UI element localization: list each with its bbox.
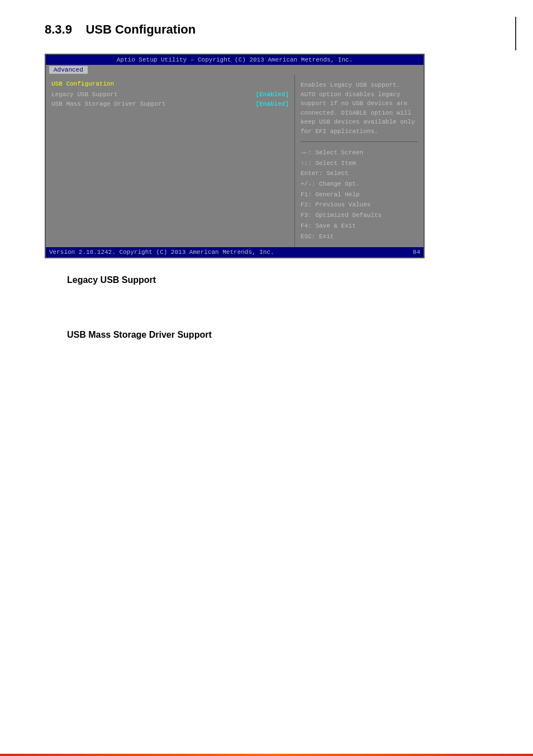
key-help-line-7: F4: Save & Exit — [301, 221, 418, 231]
key-help-line-1: ↑↓: Select Item — [301, 158, 418, 169]
key-help-line-6: F3: Optimized Defaults — [301, 210, 418, 221]
section-number: 8.3.9 — [45, 22, 72, 36]
bios-title-bar: Aptio Setup Utility – Copyright (C) 2013… — [46, 55, 423, 65]
bios-right-panel: Enables Legacy USB support. AUTO option … — [295, 75, 423, 247]
bios-body: USB Configuration Legacy USB Support [En… — [46, 75, 423, 247]
key-help-line-4: F1: General Help — [301, 190, 418, 200]
bios-nav-bar: Advanced — [46, 65, 423, 75]
right-border-line — [515, 17, 516, 50]
legacy-usb-heading: Legacy USB Support — [45, 275, 488, 285]
key-help-line-3: +/-: Change Opt. — [301, 179, 418, 190]
key-help-line-5: F2: Previous Values — [301, 200, 418, 210]
bios-footer-version: Version 2.16.1242. Copyright (C) 2013 Am… — [49, 249, 274, 256]
bios-section-label: USB Configuration — [51, 81, 289, 87]
bios-help-divider — [301, 141, 418, 142]
bios-left-panel: USB Configuration Legacy USB Support [En… — [46, 75, 295, 247]
bios-key-help: →←: Select Screen ↑↓: Select Item Enter:… — [301, 148, 418, 242]
key-help-line-2: Enter: Select — [301, 168, 418, 179]
section-title: USB Configuration — [85, 22, 196, 36]
bios-help-text: Enables Legacy USB support. AUTO option … — [301, 81, 418, 136]
bios-menu-value-legacy: [Enabled] — [256, 91, 289, 98]
bios-footer-page: 84 — [413, 249, 420, 256]
bios-menu-item-legacy-usb[interactable]: Legacy USB Support [Enabled] — [51, 91, 289, 98]
usb-mass-storage-heading: USB Mass Storage Driver Support — [45, 330, 488, 340]
bios-footer: Version 2.16.1242. Copyright (C) 2013 Am… — [46, 247, 423, 257]
section-heading: 8.3.9 USB Configuration — [45, 22, 488, 37]
key-help-line-8: ESC: Exit — [301, 231, 418, 242]
key-help-line-0: →←: Select Screen — [301, 148, 418, 158]
bios-menu-label-legacy: Legacy USB Support — [51, 91, 118, 98]
bios-nav-advanced[interactable]: Advanced — [49, 66, 88, 74]
bios-menu-value-usb-mass: [Enabled] — [256, 101, 289, 107]
bottom-decorative-line — [0, 754, 533, 756]
bios-screen: Aptio Setup Utility – Copyright (C) 2013… — [45, 54, 425, 258]
bios-menu-item-usb-mass[interactable]: USB Mass Storage Driver Support [Enabled… — [51, 100, 289, 108]
bios-menu-label-usb-mass: USB Mass Storage Driver Support — [51, 101, 166, 107]
